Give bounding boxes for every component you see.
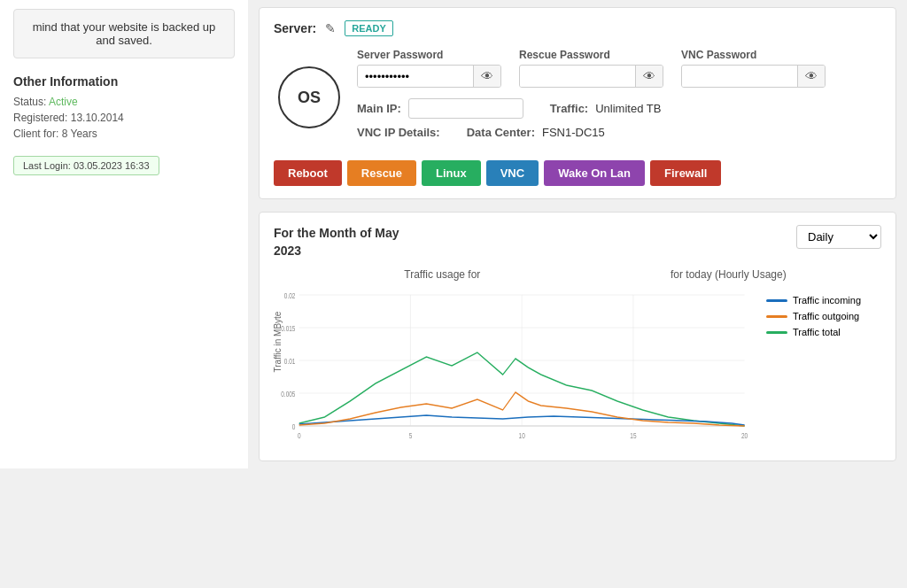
password-row: Server Password 👁 Rescue Password 👁 [357,49,881,88]
ip-traffic-row: Main IP: Traffic: Unlimited TB [357,98,881,119]
svg-text:0.015: 0.015 [281,324,296,333]
chart-label-right: for today (Hourly Usage) [671,268,787,281]
os-label: OS [298,89,321,107]
registered-row: Registered: 13.10.2014 [13,112,235,124]
svg-text:0: 0 [298,431,301,440]
legend-line-incoming [766,299,787,302]
last-login-badge: Last Login: 03.05.2023 16:33 [13,156,159,175]
status-row: Status: Active [13,96,235,108]
rescue-password-wrap: 👁 [519,65,663,88]
y-axis-label: Traffic in MByte [273,311,283,372]
vnc-password-eye[interactable]: 👁 [797,66,825,87]
svg-text:0.01: 0.01 [284,357,296,366]
registered-value: 13.10.2014 [71,112,124,124]
client-value: 8 Years [62,128,97,140]
main-content: Server: ✎ READY OS Server Password 👁 [248,0,907,468]
client-label: Client for: [13,128,58,140]
rescue-password-eye[interactable]: 👁 [635,66,663,87]
os-logo: OS [274,49,345,146]
server-label: Server: [274,21,316,35]
legend-line-total [766,331,787,334]
vnc-ip-label: VNC IP Details: [357,126,440,139]
status-value: Active [49,96,78,108]
vnc-password-label: VNC Password [681,49,826,61]
edit-icon[interactable]: ✎ [325,21,336,35]
main-ip-label: Main IP: [357,102,401,115]
datacenter-value: FSN1-DC15 [542,126,605,139]
other-info-title: Other Information [13,74,235,89]
linux-button[interactable]: Linux [422,160,481,186]
last-login-label: Last Login: [23,160,71,171]
vnc-ip-item: VNC IP Details: [357,126,440,139]
client-row: Client for: 8 Years [13,128,235,140]
svg-text:10: 10 [519,431,526,440]
traffic-header: For the Month of May 2023 Daily Weekly M… [274,225,881,259]
datacenter-label: Data Center: [467,126,535,139]
sidebar-notice-text: mind that your website is backed up and … [33,20,216,47]
rescue-button[interactable]: Rescue [347,160,416,186]
traffic-item: Traffic: Unlimited TB [550,98,662,119]
rescue-password-label: Rescue Password [519,49,663,61]
sidebar-notice: mind that your website is backed up and … [13,9,235,58]
server-password-input[interactable] [358,66,473,87]
svg-text:0.02: 0.02 [284,291,296,300]
traffic-value: Unlimited TB [595,102,661,115]
rescue-password-group: Rescue Password 👁 [519,49,663,88]
vnc-password-group: VNC Password 👁 [681,49,826,88]
rescue-password-input[interactable] [520,66,635,87]
server-password-group: Server Password 👁 [357,49,501,88]
legend-line-outgoing [766,315,787,318]
legend-item-incoming: Traffic incoming [766,295,881,306]
chart-legend: Traffic incoming Traffic outgoing Traffi… [766,286,881,448]
datacenter-item: Data Center: FSN1-DC15 [467,126,605,139]
chart-label-left: Traffic usage for [404,268,480,281]
legend-item-outgoing: Traffic outgoing [766,311,881,321]
chart-labels: Traffic usage for for today (Hourly Usag… [274,268,881,281]
legend-label-total: Traffic total [793,327,841,337]
status-label: Status: [13,96,46,108]
server-password-wrap: 👁 [357,65,501,88]
vnc-dc-row: VNC IP Details: Data Center: FSN1-DC15 [357,126,881,139]
firewall-button[interactable]: Firewall [650,160,721,186]
server-card: Server: ✎ READY OS Server Password 👁 [259,7,896,199]
daily-select[interactable]: Daily Weekly Monthly [796,225,881,249]
legend-label-outgoing: Traffic outgoing [793,311,859,321]
vnc-password-wrap: 👁 [681,65,826,88]
traffic-chart: 0.02 0.015 0.01 0.005 0 0 5 10 15 20 [274,286,757,445]
server-header: Server: ✎ READY [274,20,881,36]
server-info-grid: OS Server Password 👁 Rescue Password [274,49,881,146]
ready-badge: READY [345,20,393,36]
vnc-password-input[interactable] [682,66,797,87]
os-circle: OS [278,66,340,128]
vnc-button[interactable]: VNC [486,160,539,186]
legend-item-total: Traffic total [766,327,881,337]
svg-text:0: 0 [292,422,296,431]
last-login-value: 03.05.2023 16:33 [74,160,150,171]
registered-label: Registered: [13,112,67,124]
svg-text:15: 15 [630,431,637,440]
main-ip-input[interactable] [408,98,523,119]
reboot-button[interactable]: Reboot [274,160,342,186]
legend-label-incoming: Traffic incoming [793,295,861,306]
traffic-card: For the Month of May 2023 Daily Weekly M… [259,212,896,461]
traffic-label: Traffic: [550,102,588,115]
traffic-title: For the Month of May 2023 [274,225,399,259]
svg-text:0.005: 0.005 [281,390,296,398]
sidebar: mind that your website is backed up and … [0,0,248,468]
chart-area: Traffic in MByte 0.02 0.015 0.01 0.005 0 [274,286,757,448]
wake-on-lan-button[interactable]: Wake On Lan [544,160,645,186]
action-buttons: Reboot Rescue Linux VNC Wake On Lan Fire… [274,160,881,186]
svg-text:20: 20 [741,431,748,440]
svg-text:5: 5 [409,431,413,440]
chart-container: Traffic in MByte 0.02 0.015 0.01 0.005 0 [274,286,881,448]
server-details: Server Password 👁 Rescue Password 👁 [357,49,881,146]
server-password-label: Server Password [357,49,501,61]
main-ip-item: Main IP: [357,98,523,119]
server-password-eye[interactable]: 👁 [473,66,500,87]
